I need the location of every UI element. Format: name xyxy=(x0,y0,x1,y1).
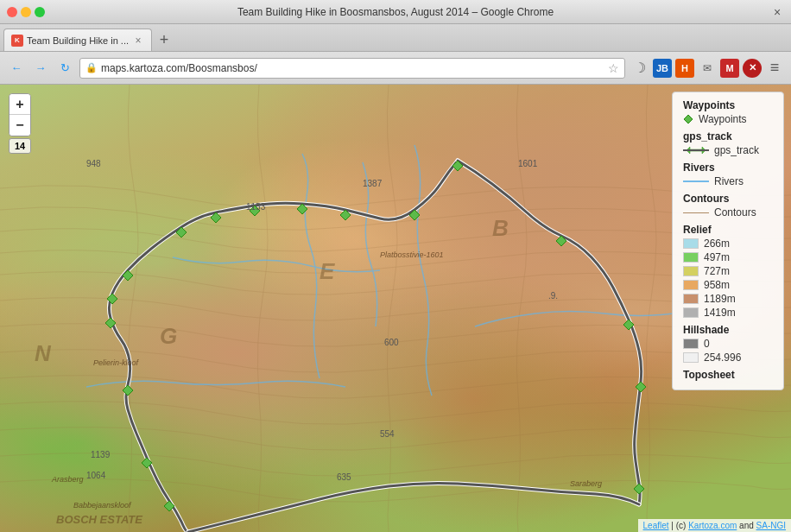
legend-relief-1419-label: 1419m xyxy=(704,307,736,319)
legend-rivers-title: Rivers xyxy=(683,162,773,174)
legend-color-hillshade-0 xyxy=(683,339,699,349)
kartoza-attribution[interactable]: Kartoza.com xyxy=(688,521,737,530)
legend-hillshade-255-label: 254.996 xyxy=(704,352,741,364)
legend-relief-266: 266m xyxy=(683,238,773,250)
legend-relief-1419: 1419m xyxy=(683,307,773,319)
url-bar[interactable]: 🔒 maps.kartoza.com/Boosmansbos/ ☆ xyxy=(79,58,625,79)
legend-hillshade-255: 254.996 xyxy=(683,352,773,364)
tab-favicon: K xyxy=(11,35,23,47)
legend-relief-1189: 1189m xyxy=(683,293,773,305)
legend-waypoint-icon xyxy=(683,114,693,124)
tab-label: Team Building Hike in ... xyxy=(27,35,129,46)
legend-relief-958-label: 958m xyxy=(704,279,730,291)
h-icon[interactable]: H xyxy=(675,59,694,78)
tab-close-btn[interactable]: × xyxy=(132,35,144,47)
tab-bar: K Team Building Hike in ... × + xyxy=(0,24,791,52)
back-button[interactable]: ← xyxy=(7,59,26,78)
zoom-controls: + − xyxy=(9,93,31,136)
url-security-icon: 🔒 xyxy=(85,62,98,73)
attribution-separator: | (c) xyxy=(671,521,686,530)
m-icon[interactable]: M xyxy=(720,59,739,78)
legend-rivers-label: Rivers xyxy=(714,175,744,187)
zoom-out-button[interactable]: − xyxy=(9,115,30,136)
legend-hillshade-0: 0 xyxy=(683,338,773,350)
forward-button[interactable]: → xyxy=(31,59,50,78)
legend-relief-266-label: 266m xyxy=(704,238,730,250)
legend-color-hillshade-255 xyxy=(683,352,699,363)
window-close[interactable] xyxy=(7,7,17,17)
legend-relief-497-label: 497m xyxy=(704,251,730,263)
legend-relief-727: 727m xyxy=(683,265,773,277)
active-tab[interactable]: K Team Building Hike in ... × xyxy=(3,28,152,51)
zoom-in-button[interactable]: + xyxy=(9,94,30,115)
legend-contours-title: Contours xyxy=(683,193,773,205)
window-maximize[interactable] xyxy=(35,7,45,17)
map-attribution: Leaflet | (c) Kartoza.com and SA-NGI xyxy=(638,519,791,532)
new-tab-btn[interactable]: + xyxy=(152,28,176,51)
legend-color-1189 xyxy=(683,294,699,304)
legend-color-497 xyxy=(683,252,699,263)
title-bar: Team Building Hike in Boosmansbos, Augus… xyxy=(0,0,791,24)
legend-hillshade-title: Hillshade xyxy=(683,324,773,336)
legend-contours-label: Contours xyxy=(714,206,756,218)
leaflet-attribution[interactable]: Leaflet xyxy=(643,521,669,530)
legend-contour-icon xyxy=(683,207,709,218)
legend-color-266 xyxy=(683,238,699,249)
window-close-x[interactable]: × xyxy=(770,5,784,19)
bookmark-star-icon[interactable]: ☆ xyxy=(608,61,619,75)
toolbar-icons: ☽ JB H ✉ M ✕ ≡ xyxy=(630,59,784,78)
theme-icon[interactable]: ☽ xyxy=(630,59,649,78)
legend-color-958 xyxy=(683,280,699,290)
legend-relief-497: 497m xyxy=(683,251,773,263)
legend-waypoints-item: Waypoints xyxy=(683,113,773,125)
legend-relief-958: 958m xyxy=(683,279,773,291)
legend-relief-1189-label: 1189m xyxy=(704,293,736,305)
legend-hillshade-0-label: 0 xyxy=(704,338,710,350)
legend-color-1419 xyxy=(683,307,699,318)
window-minimize[interactable] xyxy=(21,7,31,17)
block-icon[interactable]: ✕ xyxy=(743,59,762,78)
sangi-attribution[interactable]: SA-NGI xyxy=(756,521,786,530)
address-bar: ← → ↻ 🔒 maps.kartoza.com/Boosmansbos/ ☆ … xyxy=(0,52,791,85)
legend-waypoints-label: Waypoints xyxy=(699,113,747,125)
reload-button[interactable]: ↻ xyxy=(55,59,74,78)
map-legend: Waypoints Waypoints gps_track gps_track … xyxy=(672,92,784,390)
jb-icon[interactable]: JB xyxy=(653,59,672,78)
legend-color-727 xyxy=(683,266,699,276)
window-title: Team Building Hike in Boosmansbos, Augus… xyxy=(59,6,732,18)
legend-relief-title: Relief xyxy=(683,224,773,236)
legend-waypoints-title: Waypoints xyxy=(683,99,773,111)
svg-marker-38 xyxy=(684,115,693,124)
legend-river-icon xyxy=(683,176,709,187)
legend-gpstrack-title: gps_track xyxy=(683,130,773,142)
menu-icon[interactable]: ≡ xyxy=(765,59,784,78)
legend-gpstrack-item: gps_track xyxy=(683,144,773,156)
legend-gpstrack-label: gps_track xyxy=(714,144,759,156)
legend-relief-727-label: 727m xyxy=(704,265,730,277)
zoom-level-badge: 14 xyxy=(9,138,31,154)
legend-track-icon xyxy=(683,145,709,155)
legend-toposheet-title: Toposheet xyxy=(683,369,773,381)
mail-icon[interactable]: ✉ xyxy=(698,59,717,78)
map-container[interactable]: 948 1153 1387 1139 1064 635 554 600 1601… xyxy=(0,85,791,532)
legend-contours-item: Contours xyxy=(683,206,773,218)
attribution-and: and xyxy=(739,521,756,530)
legend-rivers-item: Rivers xyxy=(683,175,773,187)
url-text: maps.kartoza.com/Boosmansbos/ xyxy=(101,62,604,74)
